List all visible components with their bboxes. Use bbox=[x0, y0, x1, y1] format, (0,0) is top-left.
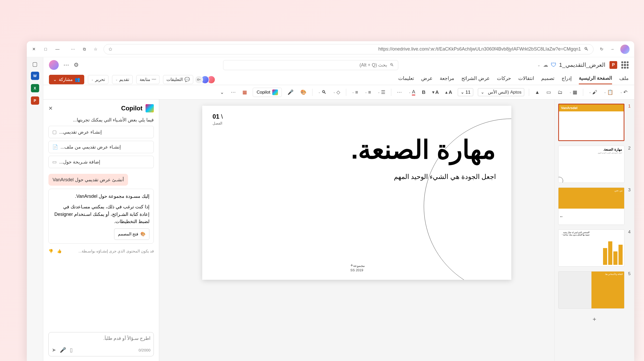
slide-canvas[interactable]: 01 \ الفصل مهارة الصنعة. اجعل الجودة هي … bbox=[202, 106, 511, 280]
search-box[interactable]: 🔍︎ bbox=[223, 60, 398, 70]
tab-view[interactable]: عرض bbox=[421, 75, 433, 84]
chevron-down-icon: ⌄ bbox=[91, 78, 94, 81]
bullets-button[interactable]: ☰⌄ bbox=[377, 88, 386, 96]
copilot-suggestion-3[interactable]: إضافة شـريحة حول... ▭ bbox=[48, 156, 154, 168]
slide-thumbnail-3[interactable]: من نحن. ← bbox=[558, 187, 624, 225]
font-size-select[interactable]: 11⌄ bbox=[458, 88, 473, 96]
copilot-panel-title: Copilot bbox=[121, 105, 142, 112]
slide-thumbnail-1[interactable]: VanArsdel bbox=[558, 104, 624, 141]
share-button[interactable]: 👥 مشاركة ⌄ bbox=[49, 75, 84, 84]
format-painter-button[interactable]: 🖌⌄ bbox=[588, 88, 598, 96]
tab-design[interactable]: تصميم bbox=[541, 75, 554, 84]
slide-footer: +مجموعة SS 2019 bbox=[349, 263, 365, 272]
copilot-char-counter: 0/2000 bbox=[139, 348, 150, 352]
reuse-slides-button[interactable]: 🗂 bbox=[557, 88, 564, 96]
forward-icon[interactable]: → bbox=[609, 46, 616, 53]
new-slide-button[interactable]: ▦⌄ bbox=[568, 88, 578, 96]
add-favorite-icon[interactable]: ✩ bbox=[108, 46, 112, 52]
mic-icon[interactable]: 🎤 bbox=[60, 347, 66, 353]
app-launcher-icon[interactable] bbox=[621, 61, 629, 69]
cloud-sync-icon: ☁ bbox=[543, 62, 548, 68]
open-designer-button[interactable]: 🎨 فتح المصمم bbox=[114, 228, 149, 240]
tab-help[interactable]: تعليمات bbox=[398, 75, 414, 84]
rail-excel-icon[interactable]: X bbox=[31, 84, 39, 92]
dictate-button[interactable]: 🎤 bbox=[286, 88, 295, 96]
layout-button[interactable]: ▭ bbox=[545, 88, 552, 96]
slide-subtitle[interactable]: اجعل الجودة هي الشيء الوحيد المهم bbox=[213, 173, 496, 181]
more-toolbar-button[interactable]: ⋯ bbox=[230, 88, 237, 96]
search-input[interactable] bbox=[227, 62, 387, 68]
copilot-suggestion-2[interactable]: إنشـاء عرض تقديمي من ملف... 📄 bbox=[48, 141, 154, 153]
slide-thumbnail-4[interactable]: "الشخص الذي ليس له خيال يشبه صينية بها ا… bbox=[558, 229, 624, 267]
edit-button[interactable]: تحرير ⌄ bbox=[88, 75, 108, 84]
decrease-font-button[interactable]: A▾ bbox=[431, 88, 440, 96]
designer-toolbar-button[interactable]: 🎨 bbox=[299, 88, 308, 96]
rail-overview-icon[interactable]: ▢ bbox=[32, 61, 38, 68]
slide-thumbnail-5[interactable]: الثقافة والأشخاص هنا. bbox=[558, 271, 624, 309]
shapes-button[interactable]: ◇⌄ bbox=[332, 88, 341, 96]
collections-icon[interactable]: ⧉ bbox=[81, 46, 88, 53]
font-color-button[interactable]: A⌄ bbox=[408, 88, 416, 96]
comments-button[interactable]: 💬 التعليقات bbox=[163, 75, 193, 84]
share-icon: 👥 bbox=[75, 77, 80, 82]
picture-button[interactable]: ▲ bbox=[534, 88, 541, 96]
slide-section-number: 01 \ bbox=[213, 113, 223, 120]
presentation-icon: ▢ bbox=[52, 129, 57, 135]
tab-review[interactable]: مراجعة bbox=[440, 75, 454, 84]
align-button[interactable]: ≡⌄ bbox=[351, 88, 359, 96]
close-window-icon[interactable]: ✕ bbox=[31, 47, 36, 52]
thumbs-up-icon[interactable]: 👍 bbox=[57, 249, 62, 253]
tab-slideshow[interactable]: عرض الشرائح bbox=[461, 75, 489, 84]
rail-powerpoint-icon[interactable]: P bbox=[31, 96, 39, 105]
send-icon[interactable]: ➤ bbox=[52, 347, 56, 353]
thumbs-down-icon[interactable]: 👎 bbox=[48, 249, 53, 253]
rail-word-icon[interactable]: W bbox=[31, 72, 39, 80]
maximize-window-icon[interactable]: □ bbox=[43, 47, 48, 52]
more-menu-icon[interactable]: ⋯ bbox=[70, 46, 76, 53]
slide-title[interactable]: مهارة الصنعة. bbox=[213, 137, 496, 162]
add-slide-button[interactable]: + bbox=[590, 315, 599, 324]
document-name[interactable]: العرض_التقديمي_1 bbox=[559, 62, 605, 68]
numbering-button[interactable]: ≡⌄ bbox=[364, 88, 372, 96]
browser-profile-avatar[interactable] bbox=[620, 45, 630, 54]
present-button[interactable]: تقديم ⌄ bbox=[112, 75, 133, 84]
tab-file[interactable]: ملف bbox=[619, 75, 629, 84]
tab-transitions[interactable]: انتقالات bbox=[518, 75, 534, 84]
bold-button[interactable]: B bbox=[421, 88, 427, 96]
tab-animations[interactable]: حركات bbox=[497, 75, 511, 84]
close-copilot-icon[interactable]: ✕ bbox=[48, 105, 53, 111]
activity-icon: 〰 bbox=[152, 77, 156, 82]
slide-thumbnail-2[interactable]: مهارة الصنعة. اجعل الجودة هي الشيء الوحي… bbox=[558, 146, 624, 183]
follow-button[interactable]: 〰 متابعة bbox=[136, 75, 159, 84]
more-options-icon[interactable]: ⋯ bbox=[63, 62, 69, 68]
search-in-page-icon[interactable]: 🔍︎ bbox=[584, 46, 589, 52]
favorites-icon[interactable]: ☆ bbox=[92, 46, 99, 53]
more-font-button[interactable]: ⋯ bbox=[396, 88, 403, 96]
undo-button[interactable]: ↶⌄ bbox=[619, 88, 629, 96]
copilot-toolbar-button[interactable]: Copilot bbox=[253, 88, 282, 97]
user-avatar[interactable] bbox=[49, 60, 59, 70]
settings-icon[interactable]: ⚙ bbox=[74, 62, 79, 68]
copilot-textarea[interactable] bbox=[52, 335, 150, 344]
collaborators-more[interactable]: +4 bbox=[195, 76, 203, 84]
url-bar[interactable]: ✩ 🔍︎ bbox=[104, 44, 594, 54]
page-icon[interactable]: ▯ bbox=[70, 347, 73, 353]
minimize-window-icon[interactable]: — bbox=[55, 47, 60, 52]
font-name-select[interactable]: Aptos (النص الأس⌄ bbox=[478, 88, 524, 96]
copilot-input-box[interactable]: 0/2000 ▯ 🎤 ➤ bbox=[48, 332, 154, 356]
collaborator-avatars[interactable]: +4 bbox=[197, 76, 215, 84]
find-button[interactable]: 🔍︎⌄ bbox=[317, 88, 327, 96]
chevron-down-icon[interactable]: ⌄ bbox=[537, 63, 540, 67]
copilot-suggestion-1[interactable]: إنشـاء عرض تقديمي... ▢ bbox=[48, 126, 154, 138]
collapse-ribbon-button[interactable]: ⌄ bbox=[219, 88, 225, 96]
url-input[interactable] bbox=[115, 46, 581, 52]
copilot-logo-icon bbox=[146, 104, 154, 112]
paste-button[interactable]: 📋⌄ bbox=[603, 88, 614, 96]
refresh-icon[interactable]: ↻ bbox=[598, 46, 605, 53]
increase-font-button[interactable]: A▴ bbox=[444, 88, 453, 96]
thumb-number: 1 bbox=[627, 104, 631, 109]
tab-insert[interactable]: إدراج bbox=[562, 75, 572, 84]
editing-view-button[interactable]: ▦ bbox=[241, 88, 248, 96]
copilot-disclaimer: قد يكون المحتوى الذي جرى إنشـاؤه بواسـطة… bbox=[65, 249, 154, 253]
tab-home[interactable]: الصفحة الرئيسية bbox=[579, 75, 612, 84]
